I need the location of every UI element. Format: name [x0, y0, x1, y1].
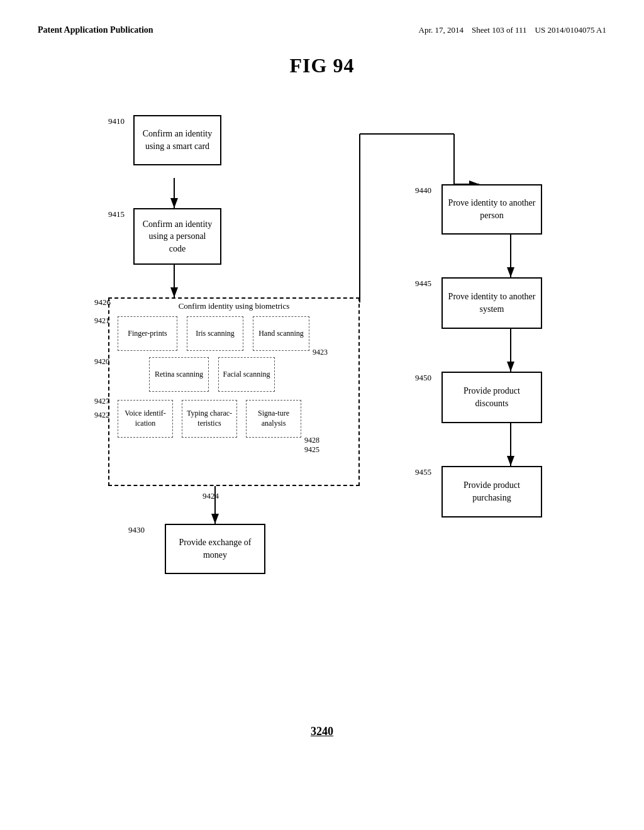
- pub-date: Apr. 17, 2014: [419, 25, 464, 35]
- node-9410-text: Confirm an identity using a smart card: [140, 128, 215, 152]
- label-9421: 9421: [94, 316, 109, 326]
- hand-text: Hand scanning: [258, 329, 304, 339]
- node-9430: Provide exchange of money: [165, 524, 265, 574]
- facial-text: Facial scanning: [223, 370, 270, 380]
- label-9427: 9427: [94, 397, 109, 406]
- label-9425: 9425: [304, 445, 319, 455]
- header-left: Patent Application Publication: [38, 25, 153, 35]
- label-9415: 9415: [108, 209, 125, 219]
- node-9415-text: Confirm an identity using a personal cod…: [140, 218, 215, 255]
- figure-title: FIG 94: [38, 54, 606, 77]
- label-9455: 9455: [415, 467, 431, 477]
- node-hand-scanning: Hand scanning: [253, 316, 309, 351]
- publication-title: Patent Application Publication: [38, 25, 153, 35]
- biometrics-title: Confirm identity using biometrics: [108, 297, 360, 311]
- node-9440-text: Prove identity to another person: [448, 197, 536, 221]
- voice-text: Voice identif-ication: [121, 409, 170, 428]
- node-9415: Confirm an identity using a personal cod…: [133, 208, 221, 265]
- node-iris-scanning: Iris scanning: [187, 316, 243, 351]
- node-retina-scanning: Retina scanning: [149, 357, 209, 392]
- patent-number: US 2014/0104075 A1: [535, 25, 606, 35]
- label-9422: 9422: [94, 411, 109, 420]
- node-facial-scanning: Facial scanning: [218, 357, 275, 392]
- node-fingerprints: Finger-prints: [118, 316, 177, 351]
- node-signature: Signa-ture analysis: [246, 400, 301, 438]
- label-9423: 9423: [313, 348, 328, 357]
- node-9410: Confirm an identity using a smart card: [133, 115, 221, 165]
- label-9428: 9428: [304, 436, 319, 445]
- node-9450-text: Provide product discounts: [448, 385, 536, 409]
- label-9445: 9445: [415, 279, 431, 289]
- header: Patent Application Publication Apr. 17, …: [38, 25, 606, 35]
- diagram: Confirm an identity using a smart card 9…: [52, 102, 592, 706]
- fingerprints-text: Finger-prints: [128, 329, 167, 339]
- node-9450: Provide product discounts: [441, 372, 542, 423]
- page: Patent Application Publication Apr. 17, …: [0, 0, 644, 830]
- node-9455: Provide product purchasing: [441, 466, 542, 517]
- node-9445-text: Prove identity to another system: [448, 290, 536, 315]
- bottom-ref: 3240: [38, 725, 606, 738]
- header-right: Apr. 17, 2014 Sheet 103 of 111 US 2014/0…: [419, 25, 606, 35]
- iris-text: Iris scanning: [196, 329, 235, 339]
- label-9424: 9424: [203, 491, 219, 501]
- node-typing: Typing charac-teristics: [182, 400, 237, 438]
- typing-text: Typing charac-teristics: [185, 409, 234, 428]
- signature-text: Signa-ture analysis: [249, 409, 298, 428]
- label-9410: 9410: [108, 116, 125, 126]
- label-9440: 9440: [415, 185, 431, 196]
- sheet-info: Sheet 103 of 111: [472, 25, 527, 35]
- label-9450: 9450: [415, 373, 431, 383]
- node-voice-id: Voice identif-ication: [118, 400, 173, 438]
- label-9430: 9430: [128, 525, 145, 535]
- node-9440: Prove identity to another person: [441, 184, 542, 235]
- label-9420: 9420: [94, 357, 109, 367]
- retina-text: Retina scanning: [155, 370, 203, 380]
- node-9445: Prove identity to another system: [441, 277, 542, 329]
- node-9455-text: Provide product purchasing: [448, 479, 536, 504]
- node-9430-text: Provide exchange of money: [171, 536, 259, 561]
